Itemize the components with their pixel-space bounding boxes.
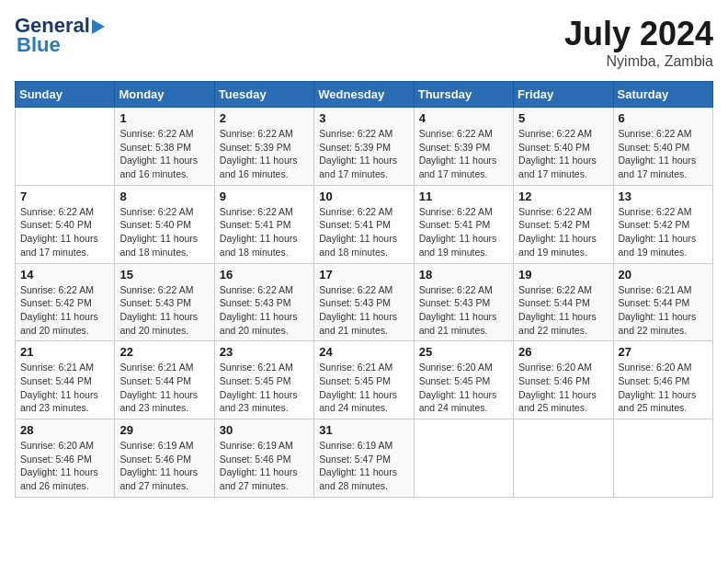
calendar-week-3: 14Sunrise: 6:22 AMSunset: 5:42 PMDayligh… bbox=[16, 263, 713, 341]
cell-info-text: Sunrise: 6:22 AMSunset: 5:39 PMDaylight:… bbox=[220, 127, 309, 181]
cell-info-text: Sunrise: 6:20 AMSunset: 5:45 PMDaylight:… bbox=[419, 361, 508, 415]
cell-info-text: Sunrise: 6:21 AMSunset: 5:45 PMDaylight:… bbox=[319, 361, 408, 415]
cell-info-text: Sunrise: 6:20 AMSunset: 5:46 PMDaylight:… bbox=[518, 361, 608, 415]
cell-info-text: Sunrise: 6:22 AMSunset: 5:38 PMDaylight:… bbox=[119, 127, 209, 181]
calendar-cell: 15Sunrise: 6:22 AMSunset: 5:43 PMDayligh… bbox=[115, 263, 214, 341]
cell-info-text: Sunrise: 6:19 AMSunset: 5:46 PMDaylight:… bbox=[119, 439, 209, 493]
cell-info-text: Sunrise: 6:22 AMSunset: 5:40 PMDaylight:… bbox=[119, 205, 209, 259]
calendar-cell: 19Sunrise: 6:22 AMSunset: 5:44 PMDayligh… bbox=[514, 263, 613, 341]
cell-info-text: Sunrise: 6:22 AMSunset: 5:39 PMDaylight:… bbox=[419, 127, 508, 181]
cell-day-number: 1 bbox=[119, 111, 209, 125]
cell-day-number: 25 bbox=[419, 345, 508, 359]
cell-day-number: 31 bbox=[319, 423, 408, 437]
calendar-week-1: 1Sunrise: 6:22 AMSunset: 5:38 PMDaylight… bbox=[16, 108, 713, 186]
calendar-cell: 13Sunrise: 6:22 AMSunset: 5:42 PMDayligh… bbox=[613, 185, 712, 263]
cell-info-text: Sunrise: 6:22 AMSunset: 5:42 PMDaylight:… bbox=[20, 283, 109, 338]
calendar-header-sunday: Sunday bbox=[16, 82, 115, 108]
cell-day-number: 8 bbox=[119, 190, 209, 203]
cell-day-number: 18 bbox=[419, 268, 508, 282]
cell-day-number: 28 bbox=[20, 423, 109, 437]
cell-info-text: Sunrise: 6:20 AMSunset: 5:46 PMDaylight:… bbox=[20, 439, 109, 493]
cell-day-number: 4 bbox=[419, 111, 508, 125]
logo-arrow-icon bbox=[92, 19, 105, 34]
calendar-cell: 23Sunrise: 6:21 AMSunset: 5:45 PMDayligh… bbox=[214, 341, 313, 419]
cell-day-number: 19 bbox=[518, 268, 608, 282]
calendar-cell: 30Sunrise: 6:19 AMSunset: 5:46 PMDayligh… bbox=[214, 419, 313, 498]
calendar-cell: 27Sunrise: 6:20 AMSunset: 5:46 PMDayligh… bbox=[613, 341, 712, 419]
cell-day-number: 13 bbox=[619, 190, 708, 203]
cell-day-number: 6 bbox=[619, 111, 708, 125]
cell-info-text: Sunrise: 6:19 AMSunset: 5:46 PMDaylight:… bbox=[220, 439, 309, 493]
cell-info-text: Sunrise: 6:22 AMSunset: 5:41 PMDaylight:… bbox=[319, 205, 408, 259]
cell-info-text: Sunrise: 6:22 AMSunset: 5:41 PMDaylight:… bbox=[220, 205, 309, 259]
calendar-cell: 26Sunrise: 6:20 AMSunset: 5:46 PMDayligh… bbox=[514, 341, 613, 419]
calendar-cell: 2Sunrise: 6:22 AMSunset: 5:39 PMDaylight… bbox=[214, 108, 313, 186]
calendar-cell: 10Sunrise: 6:22 AMSunset: 5:41 PMDayligh… bbox=[314, 185, 414, 263]
cell-day-number: 2 bbox=[220, 111, 309, 125]
calendar-cell: 3Sunrise: 6:22 AMSunset: 5:39 PMDaylight… bbox=[314, 108, 414, 186]
calendar-cell: 29Sunrise: 6:19 AMSunset: 5:46 PMDayligh… bbox=[115, 419, 214, 498]
logo-blue: Blue bbox=[17, 33, 61, 57]
calendar-cell: 4Sunrise: 6:22 AMSunset: 5:39 PMDaylight… bbox=[414, 108, 513, 186]
calendar-cell: 9Sunrise: 6:22 AMSunset: 5:41 PMDaylight… bbox=[214, 185, 313, 263]
calendar-cell bbox=[514, 419, 613, 498]
cell-day-number: 21 bbox=[20, 345, 109, 359]
calendar-week-5: 28Sunrise: 6:20 AMSunset: 5:46 PMDayligh… bbox=[16, 419, 713, 498]
cell-day-number: 27 bbox=[619, 345, 708, 359]
calendar-cell: 1Sunrise: 6:22 AMSunset: 5:38 PMDaylight… bbox=[115, 108, 214, 186]
cell-day-number: 16 bbox=[220, 268, 309, 282]
cell-day-number: 5 bbox=[518, 111, 608, 125]
cell-info-text: Sunrise: 6:22 AMSunset: 5:44 PMDaylight:… bbox=[518, 283, 608, 338]
cell-day-number: 14 bbox=[20, 268, 109, 282]
calendar-cell bbox=[613, 419, 712, 498]
cell-info-text: Sunrise: 6:22 AMSunset: 5:40 PMDaylight:… bbox=[20, 205, 109, 259]
calendar-week-2: 7Sunrise: 6:22 AMSunset: 5:40 PMDaylight… bbox=[16, 185, 713, 263]
cell-info-text: Sunrise: 6:22 AMSunset: 5:42 PMDaylight:… bbox=[619, 205, 708, 259]
calendar-cell: 14Sunrise: 6:22 AMSunset: 5:42 PMDayligh… bbox=[16, 263, 115, 341]
cell-day-number: 9 bbox=[220, 190, 309, 203]
cell-info-text: Sunrise: 6:22 AMSunset: 5:43 PMDaylight:… bbox=[119, 283, 209, 338]
calendar-cell bbox=[414, 419, 513, 498]
calendar-header-friday: Friday bbox=[514, 82, 613, 108]
calendar-cell: 31Sunrise: 6:19 AMSunset: 5:47 PMDayligh… bbox=[314, 419, 414, 498]
cell-day-number: 22 bbox=[119, 345, 209, 359]
calendar-header-tuesday: Tuesday bbox=[214, 82, 313, 108]
cell-info-text: Sunrise: 6:22 AMSunset: 5:40 PMDaylight:… bbox=[518, 127, 608, 181]
location-subtitle: Nyimba, Zambia bbox=[564, 53, 713, 70]
calendar-week-4: 21Sunrise: 6:21 AMSunset: 5:44 PMDayligh… bbox=[16, 341, 713, 419]
cell-info-text: Sunrise: 6:20 AMSunset: 5:46 PMDaylight:… bbox=[619, 361, 708, 415]
cell-day-number: 12 bbox=[518, 190, 608, 203]
calendar-cell: 6Sunrise: 6:22 AMSunset: 5:40 PMDaylight… bbox=[613, 108, 712, 186]
title-block: July 2024 Nyimba, Zambia bbox=[564, 15, 713, 70]
cell-info-text: Sunrise: 6:22 AMSunset: 5:43 PMDaylight:… bbox=[319, 283, 408, 338]
page-header: General Blue July 2024 Nyimba, Zambia bbox=[15, 15, 713, 70]
cell-day-number: 30 bbox=[220, 423, 309, 437]
calendar-cell: 12Sunrise: 6:22 AMSunset: 5:42 PMDayligh… bbox=[514, 185, 613, 263]
cell-day-number: 29 bbox=[119, 423, 209, 437]
calendar-cell: 21Sunrise: 6:21 AMSunset: 5:44 PMDayligh… bbox=[16, 341, 115, 419]
cell-info-text: Sunrise: 6:22 AMSunset: 5:42 PMDaylight:… bbox=[518, 205, 608, 259]
calendar-cell: 11Sunrise: 6:22 AMSunset: 5:41 PMDayligh… bbox=[414, 185, 513, 263]
cell-info-text: Sunrise: 6:21 AMSunset: 5:44 PMDaylight:… bbox=[20, 361, 109, 415]
calendar-cell: 24Sunrise: 6:21 AMSunset: 5:45 PMDayligh… bbox=[314, 341, 414, 419]
cell-day-number: 20 bbox=[619, 268, 708, 282]
cell-info-text: Sunrise: 6:22 AMSunset: 5:40 PMDaylight:… bbox=[619, 127, 708, 181]
calendar-cell: 25Sunrise: 6:20 AMSunset: 5:45 PMDayligh… bbox=[414, 341, 513, 419]
cell-info-text: Sunrise: 6:19 AMSunset: 5:47 PMDaylight:… bbox=[319, 439, 408, 493]
calendar-cell: 16Sunrise: 6:22 AMSunset: 5:43 PMDayligh… bbox=[214, 263, 313, 341]
calendar-header-thursday: Thursday bbox=[414, 82, 513, 108]
cell-day-number: 24 bbox=[319, 345, 408, 359]
cell-day-number: 15 bbox=[119, 268, 209, 282]
calendar-cell: 17Sunrise: 6:22 AMSunset: 5:43 PMDayligh… bbox=[314, 263, 414, 341]
cell-day-number: 23 bbox=[220, 345, 309, 359]
calendar-cell: 5Sunrise: 6:22 AMSunset: 5:40 PMDaylight… bbox=[514, 108, 613, 186]
calendar-cell: 7Sunrise: 6:22 AMSunset: 5:40 PMDaylight… bbox=[16, 185, 115, 263]
calendar-table: SundayMondayTuesdayWednesdayThursdayFrid… bbox=[15, 81, 713, 498]
calendar-header-row: SundayMondayTuesdayWednesdayThursdayFrid… bbox=[16, 82, 713, 108]
cell-day-number: 26 bbox=[518, 345, 608, 359]
calendar-cell bbox=[16, 108, 115, 186]
calendar-cell: 8Sunrise: 6:22 AMSunset: 5:40 PMDaylight… bbox=[115, 185, 214, 263]
cell-info-text: Sunrise: 6:21 AMSunset: 5:44 PMDaylight:… bbox=[119, 361, 209, 415]
calendar-header-saturday: Saturday bbox=[613, 82, 712, 108]
calendar-cell: 22Sunrise: 6:21 AMSunset: 5:44 PMDayligh… bbox=[115, 341, 214, 419]
